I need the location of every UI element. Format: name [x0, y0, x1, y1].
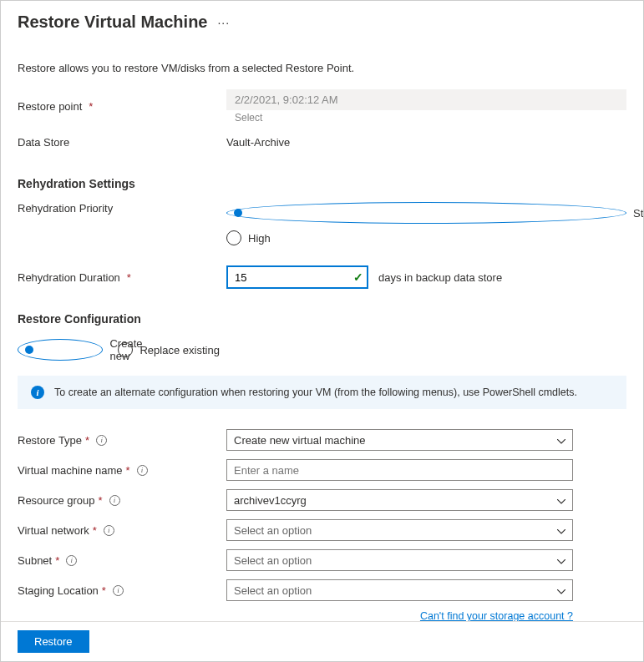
- radio-label: Replace existing: [139, 344, 219, 356]
- radio-label: Standard: [633, 207, 643, 220]
- rehydration-priority-standard[interactable]: Standard: [226, 202, 626, 224]
- rehydration-priority-high[interactable]: High: [226, 230, 626, 245]
- restore-type-select[interactable]: Create new virtual machine: [226, 429, 573, 451]
- radio-icon: [226, 202, 626, 224]
- data-store-value: Vault-Archive: [226, 136, 290, 149]
- chevron-down-icon: [557, 494, 565, 507]
- info-tooltip-icon[interactable]: i: [109, 495, 120, 506]
- panel-footer: Restore: [1, 621, 643, 661]
- radio-label: High: [248, 232, 271, 245]
- info-tooltip-icon[interactable]: i: [96, 435, 107, 446]
- select-value: Select an option: [234, 524, 312, 537]
- restore-type-label: Restore Type: [18, 434, 82, 447]
- restore-vm-panel: Restore Virtual Machine ··· Restore allo…: [0, 0, 644, 662]
- virtual-network-label: Virtual network: [18, 524, 89, 537]
- rehydration-duration-label: Rehydration Duration: [18, 271, 120, 284]
- storage-account-link[interactable]: Can't find your storage account ?: [420, 610, 573, 621]
- required-indicator: *: [99, 494, 103, 507]
- radio-icon: [18, 339, 103, 361]
- staging-location-select[interactable]: Select an option: [226, 579, 573, 601]
- vm-name-label: Virtual machine name: [18, 464, 123, 477]
- restore-config-replace-existing[interactable]: Replace existing: [118, 342, 219, 357]
- staging-location-label: Staging Location: [18, 584, 99, 597]
- more-menu-icon[interactable]: ···: [217, 16, 230, 29]
- chevron-down-icon: [557, 584, 565, 597]
- required-indicator: *: [102, 584, 106, 597]
- restore-configuration-header: Restore Configuration: [18, 312, 626, 326]
- info-tooltip-icon[interactable]: i: [113, 585, 124, 596]
- info-tooltip-icon[interactable]: i: [66, 555, 77, 566]
- vm-name-input[interactable]: [226, 459, 573, 481]
- info-tooltip-icon[interactable]: i: [104, 525, 114, 536]
- page-description: Restore allows you to restore VM/disks f…: [18, 62, 626, 74]
- select-value: Select an option: [234, 554, 312, 567]
- data-store-label: Data Store: [18, 136, 69, 149]
- required-indicator: *: [126, 464, 130, 477]
- chevron-down-icon: [557, 554, 565, 567]
- info-banner: i To create an alternate configuration w…: [18, 376, 626, 409]
- page-title: Restore Virtual Machine: [18, 13, 207, 32]
- subnet-label: Subnet: [18, 554, 52, 567]
- rehydration-priority-label: Rehydration Priority: [18, 202, 113, 215]
- select-value: archivev1ccyrg: [234, 494, 307, 507]
- restore-point-select-link[interactable]: Select: [226, 110, 626, 124]
- radio-icon: [226, 230, 241, 245]
- info-icon: i: [31, 386, 44, 399]
- chevron-down-icon: [557, 524, 565, 537]
- duration-suffix: days in backup data store: [378, 271, 502, 284]
- resource-group-select[interactable]: archivev1ccyrg: [226, 489, 573, 511]
- restore-config-create-new[interactable]: Create new: [18, 337, 103, 362]
- info-text: To create an alternate configuration whe…: [54, 387, 577, 398]
- rehydration-duration-input[interactable]: [226, 265, 368, 289]
- subnet-select[interactable]: Select an option: [226, 549, 573, 571]
- virtual-network-select[interactable]: Select an option: [226, 519, 573, 541]
- restore-point-value[interactable]: 2/2/2021, 9:02:12 AM: [226, 89, 626, 110]
- required-indicator: *: [85, 434, 89, 447]
- chevron-down-icon: [557, 434, 565, 447]
- info-tooltip-icon[interactable]: i: [137, 465, 148, 476]
- validation-check-icon: ✓: [353, 270, 363, 284]
- required-indicator: *: [55, 554, 59, 567]
- resource-group-label: Resource group: [18, 494, 95, 507]
- select-value: Create new virtual machine: [234, 434, 366, 447]
- required-indicator: *: [93, 524, 97, 537]
- restore-point-label: Restore point: [18, 100, 82, 113]
- select-value: Select an option: [234, 584, 312, 597]
- required-indicator: *: [127, 271, 131, 284]
- radio-icon: [118, 342, 133, 357]
- required-indicator: *: [89, 100, 93, 113]
- restore-button[interactable]: Restore: [18, 630, 89, 653]
- rehydration-settings-header: Rehydration Settings: [18, 177, 626, 190]
